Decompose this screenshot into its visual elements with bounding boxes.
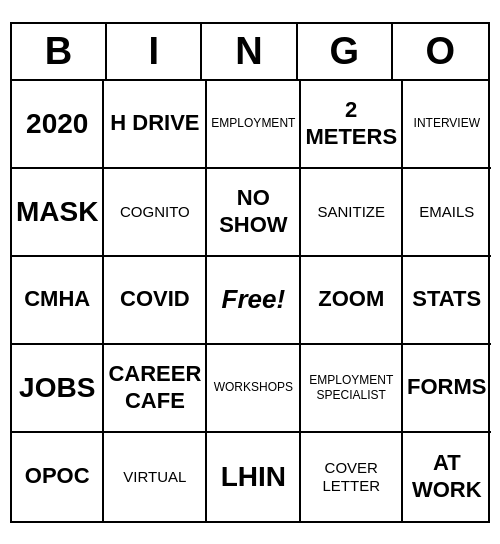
bingo-cell: STATS <box>403 257 490 345</box>
cell-text: SANITIZE <box>317 203 385 221</box>
cell-text: WORKSHOPS <box>214 380 293 394</box>
bingo-cell: FORMS <box>403 345 490 433</box>
bingo-card: BINGO 2020H DRIVEEMPLOYMENT2 METERSINTER… <box>10 22 490 523</box>
bingo-cell: CMHA <box>12 257 104 345</box>
header-letter: O <box>393 24 488 79</box>
bingo-cell: CAREER CAFE <box>104 345 207 433</box>
cell-text: NO SHOW <box>211 185 295 238</box>
cell-text: COVER LETTER <box>305 459 397 495</box>
cell-text: 2 METERS <box>305 97 397 150</box>
bingo-cell: VIRTUAL <box>104 433 207 521</box>
bingo-grid: 2020H DRIVEEMPLOYMENT2 METERSINTERVIEWMA… <box>12 81 488 521</box>
cell-text: H DRIVE <box>110 110 199 136</box>
cell-text: STATS <box>412 286 481 312</box>
cell-text: 2020 <box>26 107 88 141</box>
bingo-cell: OPOC <box>12 433 104 521</box>
bingo-cell: COVER LETTER <box>301 433 403 521</box>
bingo-cell: LHIN <box>207 433 301 521</box>
cell-text: ZOOM <box>318 286 384 312</box>
cell-text: CMHA <box>24 286 90 312</box>
header-letter: N <box>202 24 297 79</box>
bingo-cell: H DRIVE <box>104 81 207 169</box>
bingo-cell: JOBS <box>12 345 104 433</box>
cell-text: AT WORK <box>407 450 486 503</box>
cell-text: COVID <box>120 286 190 312</box>
bingo-cell: ZOOM <box>301 257 403 345</box>
bingo-cell: COVID <box>104 257 207 345</box>
bingo-cell: MASK <box>12 169 104 257</box>
cell-text: EMAILS <box>419 203 474 221</box>
header-letter: I <box>107 24 202 79</box>
cell-text: INTERVIEW <box>414 116 480 130</box>
bingo-cell: AT WORK <box>403 433 490 521</box>
cell-text: CAREER CAFE <box>108 361 201 414</box>
bingo-cell: 2020 <box>12 81 104 169</box>
bingo-cell: COGNITO <box>104 169 207 257</box>
bingo-cell: 2 METERS <box>301 81 403 169</box>
bingo-cell: NO SHOW <box>207 169 301 257</box>
bingo-cell: EMAILS <box>403 169 490 257</box>
cell-text: JOBS <box>19 371 95 405</box>
cell-text: OPOC <box>25 463 90 489</box>
cell-text: Free! <box>222 284 286 315</box>
bingo-cell: SANITIZE <box>301 169 403 257</box>
cell-text: FORMS <box>407 374 486 400</box>
bingo-cell: EMPLOYMENT <box>207 81 301 169</box>
cell-text: VIRTUAL <box>123 468 186 486</box>
bingo-cell: INTERVIEW <box>403 81 490 169</box>
cell-text: EMPLOYMENT <box>211 116 295 130</box>
cell-text: EMPLOYMENT SPECIALIST <box>305 373 397 402</box>
bingo-cell: Free! <box>207 257 301 345</box>
header-letter: B <box>12 24 107 79</box>
cell-text: COGNITO <box>120 203 190 221</box>
bingo-cell: WORKSHOPS <box>207 345 301 433</box>
bingo-header: BINGO <box>12 24 488 81</box>
cell-text: LHIN <box>221 460 286 494</box>
cell-text: MASK <box>16 195 98 229</box>
bingo-cell: EMPLOYMENT SPECIALIST <box>301 345 403 433</box>
header-letter: G <box>298 24 393 79</box>
